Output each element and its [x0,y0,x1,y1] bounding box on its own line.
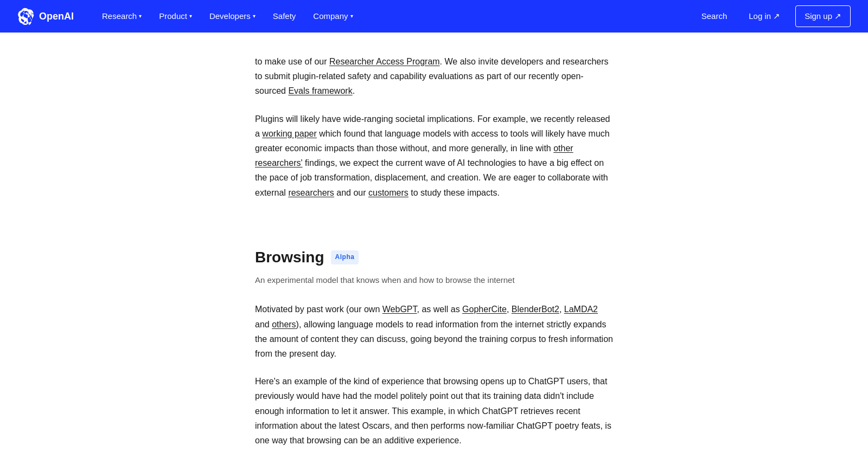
login-link[interactable]: Log in ↗ [742,5,787,27]
developers-chevron-icon: ▾ [253,12,256,21]
section-gap [255,213,613,246]
search-button[interactable]: Search [695,5,734,27]
company-chevron-icon: ▾ [350,12,353,21]
browsing-paragraph-2: Here's an example of the kind of experie… [255,374,613,448]
other-researchers-link[interactable]: other researchers' [255,144,573,167]
signup-arrow-icon: ↗ [834,10,841,23]
nav-safety[interactable]: Safety [266,5,303,27]
nav-developers[interactable]: Developers ▾ [203,5,262,27]
product-chevron-icon: ▾ [189,12,192,21]
blenderbot2-link[interactable]: BlenderBot2 [512,305,559,314]
nav-company[interactable]: Company ▾ [307,5,359,27]
nav-research[interactable]: Research ▾ [95,5,148,27]
alpha-badge: Alpha [331,250,359,264]
page-wrapper: to make use of our Researcher Access Pro… [0,33,868,452]
intro-paragraph-2: Plugins will likely have wide-ranging so… [255,112,613,200]
lamda2-link[interactable]: LaMDA2 [564,305,598,314]
researchers-link[interactable]: researchers [288,188,334,197]
nav-right: Search Log in ↗ Sign up ↗ [695,5,851,27]
logo-link[interactable]: OpenAI [17,8,74,25]
research-chevron-icon: ▾ [139,12,142,21]
intro-paragraph-1: to make use of our Researcher Access Pro… [255,54,613,99]
navbar: OpenAI Research ▾ Product ▾ Developers ▾… [0,0,868,33]
browsing-title-row: Browsing Alpha [255,246,613,270]
evals-framework-link[interactable]: Evals framework [288,86,352,95]
signup-button[interactable]: Sign up ↗ [795,5,851,27]
working-paper-link[interactable]: working paper [262,129,317,138]
webgpt-link[interactable]: WebGPT [382,305,417,314]
gophercite-link[interactable]: GopherCite [462,305,507,314]
nav-links: Research ▾ Product ▾ Developers ▾ Safety… [95,5,695,27]
logo-text: OpenAI [39,9,74,24]
content-area: to make use of our Researcher Access Pro… [233,54,635,452]
nav-product[interactable]: Product ▾ [152,5,199,27]
browsing-title: Browsing [255,246,324,270]
others-link[interactable]: others [272,320,296,329]
openai-logo-icon [17,8,35,25]
browsing-paragraph-1: Motivated by past work (our own WebGPT, … [255,302,613,361]
browsing-subtitle: An experimental model that knows when an… [255,274,613,287]
customers-link[interactable]: customers [368,188,409,197]
login-arrow-icon: ↗ [773,10,780,23]
researcher-access-link[interactable]: Researcher Access Program [329,57,440,66]
